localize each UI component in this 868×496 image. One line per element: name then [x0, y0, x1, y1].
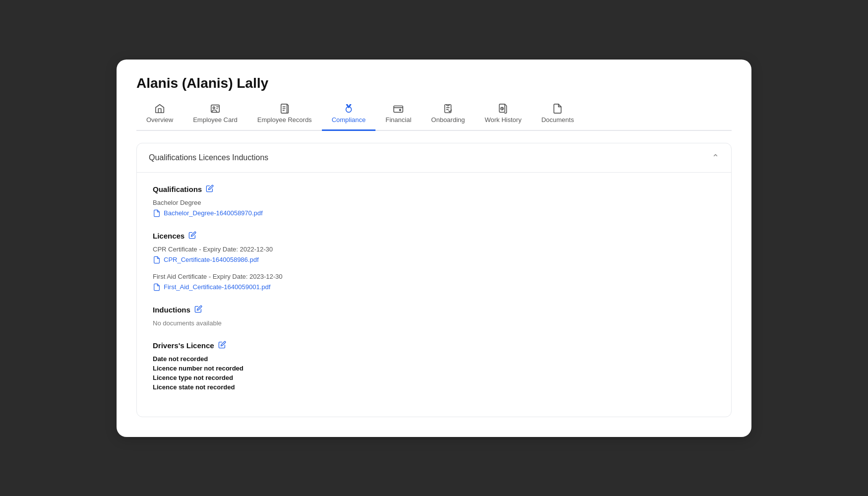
tab-employee-records[interactable]: Employee Records [248, 103, 322, 131]
licence-entry-first-aid: First Aid Certificate - Expiry Date: 202… [153, 273, 715, 291]
inductions-title: Inductions [153, 305, 715, 314]
drivers-licence-title: Drivers's Licence [153, 341, 715, 350]
svg-point-1 [213, 107, 215, 109]
inductions-no-docs: No documents available [153, 319, 715, 327]
medal-icon [343, 103, 354, 114]
home-icon [154, 103, 165, 114]
drivers-licence-edit-icon[interactable] [218, 341, 226, 350]
drivers-field-number: Licence number not recorded [153, 365, 715, 372]
tab-onboarding-label: Onboarding [431, 116, 465, 124]
id-card-icon [210, 103, 221, 114]
tab-financial-label: Financial [385, 116, 411, 124]
document-icon [552, 103, 563, 114]
cpr-doc-link[interactable]: CPR_Certificate-1640058986.pdf [153, 256, 715, 264]
chevron-up-icon: ⌃ [712, 152, 719, 163]
svg-rect-9 [394, 106, 403, 112]
tab-compliance[interactable]: Compliance [322, 103, 376, 131]
section-body: Qualifications Bachelor Degree Bachelo [137, 173, 731, 417]
clipboard-icon [442, 103, 453, 114]
licence-entry-cpr: CPR Certificate - Expiry Date: 2022-12-3… [153, 246, 715, 264]
licences-section: Licences CPR Certificate - Expiry Date: … [153, 231, 715, 291]
section-header[interactable]: Qualifications Licences Inductions ⌃ [137, 143, 731, 173]
section-header-title: Qualifications Licences Inductions [149, 153, 268, 162]
cpr-type-label: CPR Certificate - Expiry Date: 2022-12-3… [153, 246, 715, 253]
qual-type-label: Bachelor Degree [153, 199, 715, 206]
file-list-icon [279, 103, 290, 114]
drivers-field-state: Licence state not recorded [153, 383, 715, 391]
drivers-field-date: Date not recorded [153, 355, 715, 363]
licences-title: Licences [153, 231, 715, 241]
qualifications-edit-icon[interactable] [206, 185, 214, 194]
pdf-icon [153, 209, 161, 217]
svg-point-10 [400, 109, 401, 111]
tab-work-history[interactable]: Work History [475, 103, 531, 131]
tab-overview[interactable]: Overview [136, 103, 183, 131]
tab-overview-label: Overview [146, 116, 173, 124]
tab-compliance-label: Compliance [332, 116, 366, 124]
first-aid-doc-link[interactable]: First_Aid_Certificate-1640059001.pdf [153, 283, 715, 291]
qualifications-title: Qualifications [153, 185, 715, 194]
wallet-icon [393, 103, 404, 114]
first-aid-type-label: First Aid Certificate - Expiry Date: 202… [153, 273, 715, 280]
cpr-pdf-icon [153, 256, 161, 264]
tab-navigation: Overview Employee Card [136, 103, 732, 131]
tab-documents-label: Documents [541, 116, 574, 124]
tab-financial[interactable]: Financial [375, 103, 421, 131]
tab-documents[interactable]: Documents [531, 103, 584, 131]
first-aid-pdf-icon [153, 283, 161, 291]
licences-edit-icon[interactable] [188, 231, 196, 241]
qual-doc-link[interactable]: Bachelor_Degree-1640058970.pdf [153, 209, 715, 217]
main-card: Alanis (Alanis) Lally Overview [117, 60, 751, 437]
drivers-field-type: Licence type not recorded [153, 374, 715, 381]
inductions-section: Inductions No documents available [153, 305, 715, 327]
content-area: Qualifications Licences Inductions ⌃ Qua… [136, 143, 732, 417]
page-title: Alanis (Alanis) Lally [136, 75, 732, 91]
qualifications-section: Qualifications Bachelor Degree Bachelo [153, 185, 715, 217]
tab-employee-card-label: Employee Card [193, 116, 238, 124]
tab-employee-records-label: Employee Records [257, 116, 312, 124]
inductions-edit-icon[interactable] [194, 305, 202, 314]
tab-onboarding[interactable]: Onboarding [421, 103, 475, 131]
clock-file-icon [497, 103, 508, 114]
tab-employee-card[interactable]: Employee Card [183, 103, 248, 131]
drivers-licence-section: Drivers's Licence Date not recorded Lice… [153, 341, 715, 391]
tab-work-history-label: Work History [485, 116, 521, 124]
